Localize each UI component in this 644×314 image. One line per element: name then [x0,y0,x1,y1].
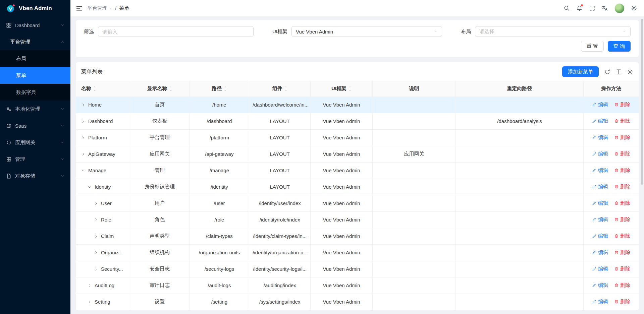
expand-chevron-icon[interactable] [81,136,85,140]
table-row[interactable]: Home 首页 /home /dashboard/welcome/in... V… [76,97,639,113]
reset-button[interactable]: 重 置 [581,41,604,52]
search-icon[interactable] [564,5,570,11]
edit-button[interactable]: 编辑 [592,233,608,239]
name-cell: Manage [76,162,130,179]
localization-icon [6,106,12,112]
expand-chevron-icon[interactable] [88,284,92,288]
table-row[interactable]: Manage 管理 /manage LAYOUT Vue Vben Admin … [76,162,639,179]
delete-button[interactable]: 删除 [614,216,630,223]
table-row[interactable]: ApiGateway 应用网关 /api-gateway LAYOUT Vue … [76,146,639,162]
delete-button[interactable]: 删除 [614,299,630,305]
column-header[interactable]: 组件 [249,81,311,97]
sidebar-subitem-menu[interactable]: 菜单 [0,67,70,84]
delete-button[interactable]: 删除 [614,102,630,108]
edit-button[interactable]: 编辑 [592,167,608,174]
add-menu-button[interactable]: 添加新菜单 [562,66,599,77]
sidebar-item-manage[interactable]: 管理 [0,151,70,168]
breadcrumb-section[interactable]: 平台管理 [87,5,112,11]
column-header[interactable]: UI框架 [311,81,373,97]
translate-icon[interactable] [602,5,608,11]
expand-chevron-icon[interactable] [88,300,92,304]
expand-chevron-icon[interactable] [81,119,85,123]
sidebar-subitem-dictionary[interactable]: 数据字典 [0,84,70,101]
table-row[interactable]: User 用户 /user /identity/user/index Vue V… [76,195,639,211]
delete-button[interactable]: 删除 [614,151,630,157]
sidebar-item-label: 平台管理 [10,39,57,45]
name-cell: Setting [76,294,130,310]
delete-button[interactable]: 删除 [614,118,630,124]
delete-button[interactable]: 删除 [614,167,630,174]
column-header[interactable]: 名称 [76,81,130,97]
menu-collapse-icon[interactable] [76,5,83,12]
expand-chevron-icon[interactable] [94,201,98,205]
expand-chevron-icon[interactable] [88,185,92,189]
expand-chevron-icon[interactable] [94,267,98,271]
expand-chevron-icon[interactable] [81,169,85,173]
sidebar-item-object-storage[interactable]: 对象存储 [0,168,70,184]
table-row[interactable]: Role 角色 /role /identity/role/index Vue V… [76,211,639,228]
column-header[interactable]: 路径 [190,81,249,97]
search-button[interactable]: 查 询 [608,41,631,52]
sidebar-subitem-layout[interactable]: 布局 [0,50,70,67]
table-row[interactable]: Organiz... 组织机构 /organization-units /ide… [76,244,639,261]
fullscreen-icon[interactable] [589,5,595,11]
delete-button[interactable]: 删除 [614,233,630,239]
expand-chevron-icon[interactable] [81,152,85,156]
sidebar-item-saas[interactable]: Saas [0,117,70,134]
sort-icons[interactable] [284,86,287,91]
appstore-icon [6,156,12,162]
sidebar-item-dashboard[interactable]: Dashboard [0,17,70,34]
name-cell: User [76,195,130,211]
expand-chevron-icon[interactable] [94,234,98,238]
table-row[interactable]: Dashboard 仪表板 /dashboard LAYOUT Vue Vben… [76,113,639,129]
delete-button[interactable]: 删除 [614,184,630,190]
refresh-icon[interactable] [604,69,610,75]
sort-icons[interactable] [169,86,172,91]
sort-icons[interactable] [93,86,96,91]
keyword-input[interactable] [102,29,249,35]
sidebar-item-localization[interactable]: 本地化管理 [0,101,70,117]
delete-button[interactable]: 删除 [614,249,630,256]
table-row[interactable]: Identity 身份标识管理 /identity LAYOUT Vue Vbe… [76,179,639,195]
layout-select[interactable]: 请选择 [475,26,631,37]
expand-chevron-icon[interactable] [94,218,98,222]
delete-icon [614,151,619,156]
app-logo[interactable]: Vben Admin [0,0,70,17]
column-header[interactable]: 显示名称 [130,81,190,97]
sort-icons[interactable] [224,86,227,91]
delete-button[interactable]: 删除 [614,200,630,206]
notifications-button[interactable] [576,5,583,11]
edit-button[interactable]: 编辑 [592,200,608,206]
edit-button[interactable]: 编辑 [592,299,608,305]
path-cell: /platform [190,129,249,146]
table-row[interactable]: AuditLog 审计日志 /audit-logs /auditing/inde… [76,277,639,294]
edit-button[interactable]: 编辑 [592,118,608,124]
user-avatar[interactable] [614,3,625,13]
expand-chevron-icon[interactable] [81,103,85,107]
edit-button[interactable]: 编辑 [592,102,608,108]
scrollbar-thumb[interactable] [641,19,643,185]
row-height-icon[interactable] [615,69,622,75]
table-row[interactable]: Setting 设置 /setting /sys/settings/index … [76,294,639,310]
table-row[interactable]: Platform 平台管理 /platform LAYOUT Vue Vben … [76,129,639,146]
expand-chevron-icon[interactable] [94,251,98,255]
edit-button[interactable]: 编辑 [592,134,608,141]
edit-button[interactable]: 编辑 [592,184,608,190]
sidebar-item-gateway[interactable]: 应用网关 [0,134,70,151]
edit-button[interactable]: 编辑 [592,266,608,272]
caret-down-icon [224,88,227,91]
sidebar-item-platform[interactable]: 平台管理 [0,34,70,50]
edit-button[interactable]: 编辑 [592,216,608,223]
table-row[interactable]: Security... 安全日志 /security-logs /identit… [76,261,639,277]
delete-button[interactable]: 删除 [614,282,630,289]
ui-framework-select[interactable]: Vue Vben Admin [291,26,442,37]
delete-button[interactable]: 删除 [614,266,630,272]
edit-button[interactable]: 编辑 [592,151,608,157]
edit-button[interactable]: 编辑 [592,282,608,289]
table-row[interactable]: Claim 声明类型 /claim-types /identity/claim-… [76,228,639,244]
column-settings-gear-icon[interactable] [627,69,633,75]
edit-button[interactable]: 编辑 [592,249,608,256]
settings-gear-icon[interactable] [631,5,637,11]
delete-button[interactable]: 删除 [614,134,630,141]
sort-icons[interactable] [348,86,352,91]
